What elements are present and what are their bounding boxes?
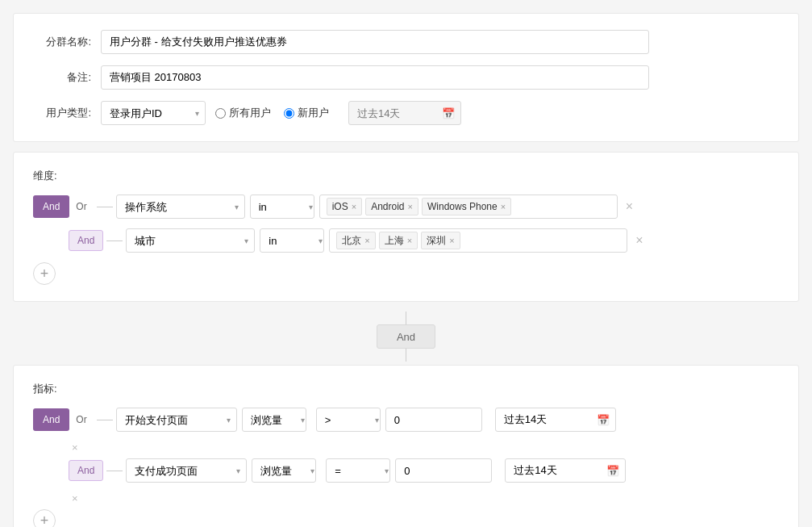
ind-date-wrapper-1: 📅 — [489, 408, 616, 432]
metric-select-2[interactable]: 支付成功页面 — [126, 458, 247, 483]
dim-select-wrapper-2: 城市 ▾ — [126, 228, 255, 253]
connector-line-2 — [106, 240, 123, 241]
ind-add-btn-wrapper: + — [33, 509, 779, 527]
tag-shanghai-close[interactable]: × — [407, 236, 412, 245]
tags-input-1[interactable]: iOS × Android × Windows Phone × — [319, 194, 618, 219]
and-connector-btn: And — [377, 324, 435, 349]
tag-ios: iOS × — [327, 198, 362, 215]
connector-vert-bottom — [406, 349, 406, 362]
agg-select-1[interactable]: 浏览量 — [242, 408, 306, 432]
dim-select-wrapper-1: 操作系统 ▾ — [116, 194, 245, 219]
remove-row-1-btn[interactable]: × — [626, 200, 633, 213]
remove-row-2-btn[interactable]: × — [635, 234, 643, 247]
op-select-wrapper-2: in ▾ — [255, 228, 329, 253]
name-input[interactable] — [101, 30, 649, 54]
ind-calendar-icon-2: 📅 — [606, 465, 619, 477]
section-connector: And — [13, 312, 799, 362]
cmp-select-2[interactable]: = — [326, 458, 390, 483]
value-input-1[interactable] — [385, 408, 482, 432]
ind-and-btn-2[interactable]: And — [69, 460, 103, 481]
ind-remove-x-1[interactable]: × — [72, 441, 78, 454]
tag-beijing: 北京 × — [336, 232, 375, 249]
op-select-2[interactable]: in — [260, 228, 324, 253]
user-type-label: 用户类型: — [33, 106, 91, 120]
agg-select-wrapper-2: 浏览量 ▾ — [247, 458, 321, 483]
cmp-select-wrapper-1: > ▾ — [311, 408, 385, 432]
ind-connector-line-2 — [106, 471, 123, 471]
radio-new-label: 新用户 — [298, 106, 329, 120]
and-or-group-1: And Or — [33, 195, 94, 218]
ind-sub-remove-1: × — [72, 441, 779, 454]
connector-vert-top — [406, 312, 406, 324]
ind-date-wrapper-2: 📅 — [498, 458, 626, 483]
metric-select-1[interactable]: 开始支付页面 — [116, 408, 237, 432]
op-select-1[interactable]: in — [250, 194, 314, 219]
cmp-select-wrapper-2: = ▾ — [321, 458, 395, 483]
name-row: 分群名称: — [33, 30, 779, 54]
ind-remove-x-2[interactable]: × — [72, 492, 78, 504]
tag-android: Android × — [365, 198, 418, 215]
op-select-wrapper-1: in ▾ — [245, 194, 319, 219]
tag-windows-phone: Windows Phone × — [422, 198, 511, 215]
dimension-row-1: And Or 操作系统 ▾ in ▾ iOS × Android × — [33, 194, 779, 219]
note-input[interactable] — [101, 65, 649, 90]
dimension-section: 维度: And Or 操作系统 ▾ in ▾ iOS × Android — [13, 152, 799, 302]
user-type-select-wrapper: 登录用户ID ▾ — [101, 101, 206, 125]
tag-windows-phone-close[interactable]: × — [501, 202, 506, 211]
and-or-group-ind-1: And Or — [33, 408, 94, 431]
radio-group: 所有用户 新用户 — [215, 106, 342, 120]
metric-select-wrapper-2: 支付成功页面 ▾ — [126, 458, 247, 483]
tag-android-close[interactable]: × — [408, 202, 413, 211]
connector-line-1 — [97, 207, 113, 207]
tags-input-2[interactable]: 北京 × 上海 × 深圳 × — [329, 228, 627, 253]
dim-select-1[interactable]: 操作系统 — [116, 194, 245, 219]
calendar-icon: 📅 — [442, 107, 455, 119]
metric-select-wrapper-1: 开始支付页面 ▾ — [116, 408, 237, 432]
agg-select-2[interactable]: 浏览量 — [252, 458, 316, 483]
indicator-row-2: And 支付成功页面 ▾ 浏览量 ▾ = ▾ 📅 — [69, 458, 779, 483]
note-label: 备注: — [33, 70, 91, 85]
radio-new-input[interactable] — [284, 108, 294, 119]
date-range-wrapper: 📅 — [348, 101, 461, 125]
dimension-row-2: And 城市 ▾ in ▾ 北京 × 上海 × 深圳 × — [69, 228, 779, 253]
and-btn-1[interactable]: And — [33, 195, 69, 218]
indicator-section: 指标: And Or 开始支付页面 ▾ 浏览量 ▾ > ▾ — [13, 365, 799, 527]
radio-new[interactable]: 新用户 — [284, 106, 329, 120]
tag-beijing-close[interactable]: × — [364, 236, 369, 245]
dim-select-2[interactable]: 城市 — [126, 228, 255, 253]
user-type-row: 用户类型: 登录用户ID ▾ 所有用户 新用户 📅 — [33, 101, 779, 125]
add-dimension-btn[interactable]: + — [33, 262, 56, 285]
indicator-row-1: And Or 开始支付页面 ▾ 浏览量 ▾ > ▾ 📅 — [33, 408, 779, 432]
radio-all-label: 所有用户 — [229, 106, 271, 120]
ind-or-btn-1[interactable]: Or — [69, 408, 93, 431]
tag-ios-close[interactable]: × — [352, 202, 356, 211]
ind-sub-remove-2: × — [72, 492, 779, 504]
user-type-select[interactable]: 登录用户ID — [101, 101, 206, 125]
and-btn-2[interactable]: And — [69, 230, 103, 251]
ind-calendar-icon-1: 📅 — [597, 414, 610, 426]
tag-shanghai: 上海 × — [379, 232, 418, 249]
add-indicator-btn[interactable]: + — [33, 509, 56, 527]
add-btn-wrapper: + — [33, 262, 779, 285]
ind-and-btn-1[interactable]: And — [33, 408, 69, 431]
radio-all-input[interactable] — [215, 108, 226, 119]
cmp-select-1[interactable]: > — [316, 408, 381, 432]
name-label: 分群名称: — [33, 35, 91, 49]
or-btn-1[interactable]: Or — [69, 195, 93, 218]
note-row: 备注: — [33, 65, 779, 90]
tag-shenzhen-close[interactable]: × — [449, 236, 454, 245]
dimension-title: 维度: — [33, 169, 779, 183]
ind-connector-line-1 — [97, 420, 113, 420]
basic-info-section: 分群名称: 备注: 用户类型: 登录用户ID ▾ 所有用户 新用户 📅 — [13, 13, 799, 142]
indicator-title: 指标: — [33, 382, 779, 396]
tag-shenzhen: 深圳 × — [421, 232, 460, 249]
agg-select-wrapper-1: 浏览量 ▾ — [237, 408, 311, 432]
radio-all[interactable]: 所有用户 — [215, 106, 271, 120]
value-input-2[interactable] — [395, 458, 492, 483]
